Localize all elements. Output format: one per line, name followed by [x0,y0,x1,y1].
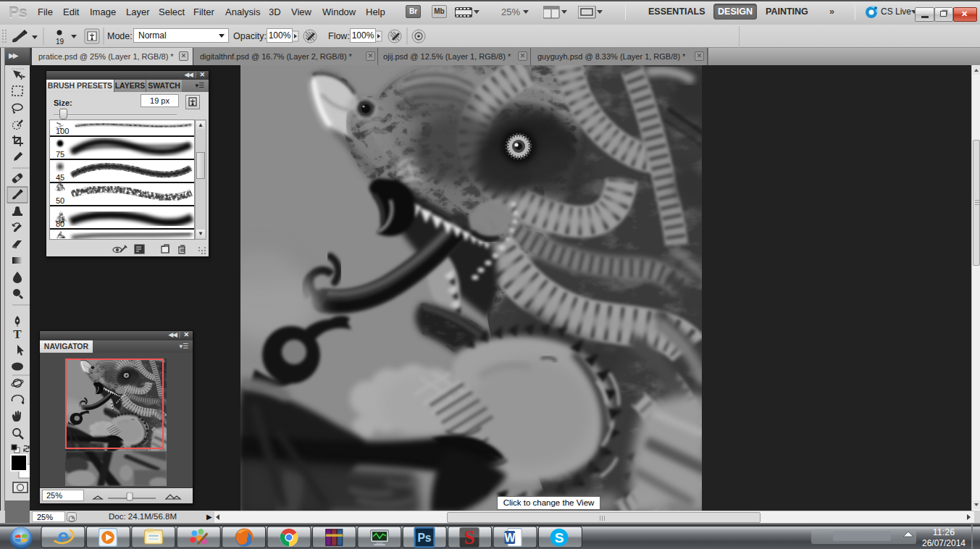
svg-text:26/07/2014: 26/07/2014 [922,538,966,548]
svg-text:75: 75 [56,150,64,159]
svg-text:S: S [464,527,475,548]
svg-text:100: 100 [56,127,69,135]
svg-text:T: T [13,327,22,341]
svg-text:W: W [504,532,515,544]
svg-text:80: 80 [56,219,64,228]
svg-text:S: S [555,530,564,545]
svg-text:Ps: Ps [417,532,431,544]
svg-text:19: 19 [56,38,64,46]
svg-text:e: e [57,525,69,548]
svg-text:50: 50 [56,196,64,205]
svg-text:11:26: 11:26 [933,527,955,537]
